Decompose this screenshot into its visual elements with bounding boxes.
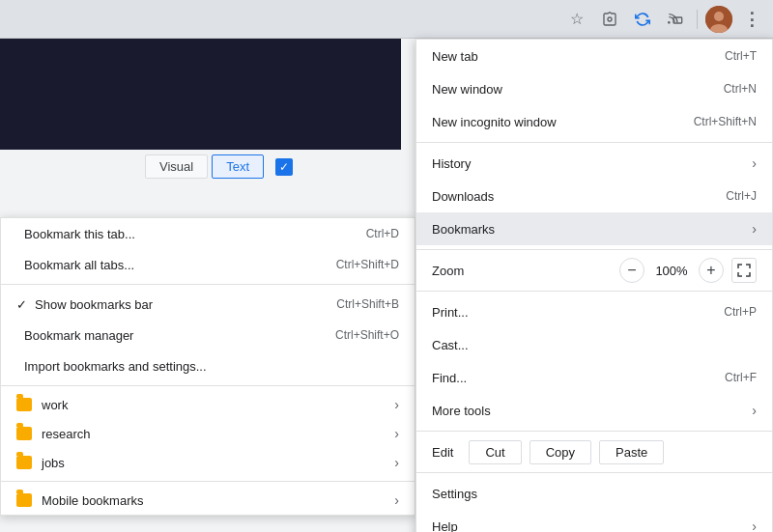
new-incognito-shortcut: Ctrl+Shift+N	[694, 115, 757, 128]
downloads-shortcut: Ctrl+J	[726, 189, 757, 203]
menu-icon[interactable]: ⋮	[738, 6, 765, 33]
folder-arrow: ›	[394, 455, 399, 470]
import-bookmarks[interactable]: Import bookmarks and settings...	[1, 350, 415, 381]
cut-btn[interactable]: Cut	[469, 440, 521, 464]
zoom-value: 100%	[652, 264, 691, 278]
new-window-shortcut: Ctrl+N	[724, 82, 757, 96]
help-arrow: ›	[752, 518, 757, 532]
zoom-controls: − 100% +	[619, 258, 757, 283]
cast-label: Cast...	[432, 338, 469, 352]
mobile-bookmarks-icon	[16, 493, 32, 507]
dark-header-bg	[0, 39, 401, 150]
history-arrow: ›	[752, 155, 757, 171]
cast-icon[interactable]	[662, 6, 689, 33]
checkbox[interactable]: ✓	[275, 158, 293, 176]
new-window-label: New window	[432, 82, 502, 97]
bookmarks-submenu: Bookmark this tab... Ctrl+D Bookmark all…	[0, 217, 415, 516]
new-tab-item[interactable]: New tab Ctrl+T	[416, 40, 772, 72]
chrome-main-menu: New tab Ctrl+T New window Ctrl+N New inc…	[415, 39, 773, 532]
edit-row: Edit Cut Copy Paste	[416, 435, 772, 468]
folder-jobs[interactable]: jobs ›	[1, 448, 415, 477]
menu-divider-2	[1, 385, 415, 386]
bookmark-manager[interactable]: Bookmark manager Ctrl+Shift+O	[1, 320, 415, 350]
settings-label: Settings	[432, 487, 477, 501]
settings-item[interactable]: Settings	[416, 477, 772, 510]
svg-point-1	[669, 21, 670, 22]
bookmarks-arrow: ›	[752, 221, 757, 237]
history-label: History	[432, 156, 471, 171]
browser-toolbar: ☆ ⋮	[0, 0, 773, 39]
star-icon[interactable]: ☆	[563, 6, 590, 33]
svg-point-4	[714, 12, 724, 21]
menu-divider-3	[1, 481, 415, 482]
help-label: Help	[432, 519, 458, 533]
folder-jobs-label: jobs	[42, 456, 65, 470]
find-shortcut: Ctrl+F	[725, 371, 757, 384]
new-tab-label: New tab	[432, 49, 478, 64]
show-bookmarks-bar[interactable]: ✓ Show bookmarks bar Ctrl+Shift+B	[1, 289, 415, 320]
new-incognito-label: New incognito window	[432, 115, 557, 129]
cast-item[interactable]: Cast...	[416, 328, 772, 361]
bookmarks-item[interactable]: Bookmarks ›	[416, 212, 772, 245]
zoom-plus-btn[interactable]: +	[699, 258, 724, 283]
chrome-divider-3	[416, 291, 772, 292]
new-tab-shortcut: Ctrl+T	[725, 49, 757, 63]
folder-work-label: work	[42, 398, 68, 412]
downloads-item[interactable]: Downloads Ctrl+J	[416, 180, 772, 212]
print-label: Print...	[432, 305, 469, 320]
refresh-icon[interactable]	[629, 6, 656, 33]
text-tab[interactable]: Text	[212, 154, 264, 179]
visual-tab[interactable]: Visual	[145, 154, 208, 179]
chrome-divider-2	[416, 249, 772, 250]
zoom-minus-btn[interactable]: −	[619, 258, 644, 283]
copy-btn[interactable]: Copy	[530, 440, 591, 464]
folder-research[interactable]: research ›	[1, 419, 415, 448]
find-label: Find...	[432, 371, 467, 385]
view-tabs: Visual Text ✓	[145, 154, 293, 179]
chrome-divider-5	[416, 472, 772, 473]
folder-arrow: ›	[394, 426, 399, 441]
mobile-bookmarks[interactable]: Mobile bookmarks ›	[1, 486, 415, 515]
help-item[interactable]: Help ›	[416, 510, 772, 532]
fullscreen-btn[interactable]	[731, 258, 757, 283]
folder-icon	[16, 398, 32, 411]
more-tools-arrow: ›	[752, 403, 757, 418]
toolbar-icons: ☆ ⋮	[563, 6, 765, 33]
mobile-bookmarks-arrow: ›	[394, 492, 399, 508]
camera-icon[interactable]	[596, 6, 623, 33]
folder-icon	[16, 456, 32, 469]
more-tools-label: More tools	[432, 404, 491, 418]
print-item[interactable]: Print... Ctrl+P	[416, 295, 772, 328]
zoom-row: Zoom − 100% +	[416, 254, 772, 287]
bookmarks-label: Bookmarks	[432, 222, 495, 237]
find-item[interactable]: Find... Ctrl+F	[416, 361, 772, 394]
zoom-label: Zoom	[432, 264, 464, 278]
bookmark-all-tabs[interactable]: Bookmark all tabs... Ctrl+Shift+D	[1, 249, 415, 280]
new-incognito-item[interactable]: New incognito window Ctrl+Shift+N	[416, 105, 772, 138]
user-avatar[interactable]	[705, 6, 732, 33]
edit-label: Edit	[432, 445, 453, 460]
folder-research-label: research	[42, 427, 91, 441]
page-content: Visual Text ✓ Bookmark this tab... Ctrl+…	[0, 39, 773, 532]
menu-divider-1	[1, 284, 415, 285]
mobile-bookmarks-label: Mobile bookmarks	[42, 493, 144, 508]
history-item[interactable]: History ›	[416, 147, 772, 180]
svg-point-0	[608, 17, 612, 21]
print-shortcut: Ctrl+P	[724, 305, 757, 319]
chrome-divider-4	[416, 431, 772, 432]
more-tools-item[interactable]: More tools ›	[416, 394, 772, 427]
folder-work[interactable]: work ›	[1, 390, 415, 419]
folder-arrow: ›	[394, 397, 399, 412]
chrome-divider-1	[416, 142, 772, 143]
toolbar-separator	[697, 10, 698, 29]
bookmark-this-tab[interactable]: Bookmark this tab... Ctrl+D	[1, 218, 415, 249]
new-window-item[interactable]: New window Ctrl+N	[416, 72, 772, 105]
folder-icon	[16, 427, 32, 440]
downloads-label: Downloads	[432, 189, 494, 204]
paste-btn[interactable]: Paste	[599, 440, 664, 464]
